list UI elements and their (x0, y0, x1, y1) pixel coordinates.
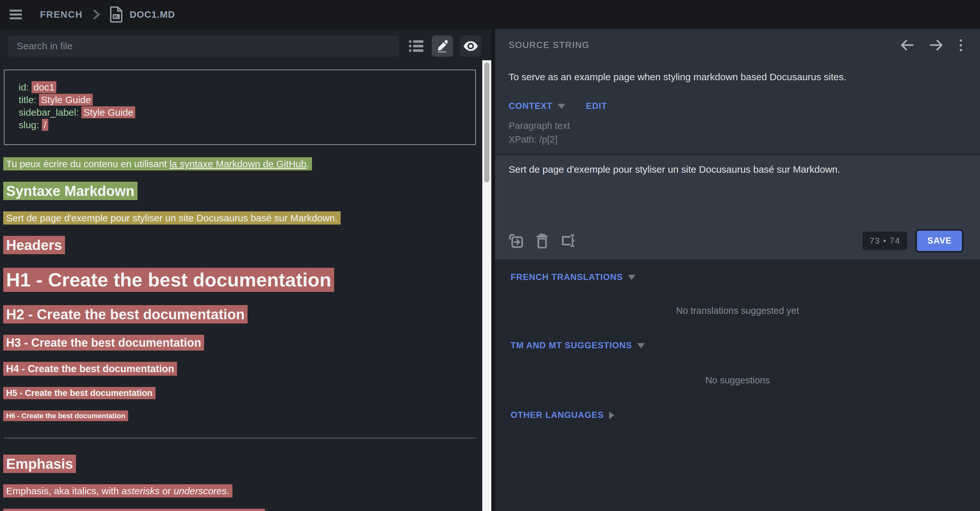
horizontal-rule (4, 438, 476, 439)
context-xpath: XPath: /p[2] (509, 133, 962, 147)
translation-string[interactable]: Sert de page d'exemple pour styliser un … (3, 211, 340, 225)
eye-icon (463, 41, 478, 51)
other-languages-label: OTHER LANGUAGES (511, 410, 604, 420)
other-languages-toggle[interactable]: OTHER LANGUAGES (511, 410, 964, 420)
source-string-section: SOURCE STRING To serve as an example pag… (495, 29, 980, 154)
translation-string[interactable]: H1 - Create the best documentation (3, 268, 334, 292)
top-bar: FRENCH M↓ DOC1.MD (0, 0, 980, 29)
french-translations-toggle[interactable]: FRENCH TRANSLATIONS (511, 272, 964, 282)
translation-string[interactable]: Headers (3, 236, 65, 254)
doc-h1: H1 - Create the best documentation (3, 269, 477, 291)
translation-string[interactable]: H3 - Create the best documentation (3, 335, 204, 351)
doc-h2: Headers (3, 237, 477, 253)
caret-right-icon (609, 412, 614, 419)
strings-list-icon[interactable] (409, 39, 423, 53)
frontmatter-box: id: doc1title: Style Guidesidebar_label:… (4, 70, 476, 145)
translation-string[interactable]: Style Guide (39, 94, 93, 106)
doc-p: Tu peux écrire du contenu en utilisant l… (3, 158, 477, 169)
copy-source-icon[interactable] (509, 233, 523, 248)
translations-empty-text: No translations suggested yet (511, 305, 964, 316)
suggestions-area: FRENCH TRANSLATIONS No translations sugg… (495, 259, 980, 511)
doc-h2: Emphasis (3, 456, 477, 472)
translation-string[interactable]: Tu peux écrire du contenu en utilisant l… (3, 157, 312, 171)
scrollbar-thumb[interactable] (484, 62, 489, 182)
doc-p: Emphasis, aka italics, with asterisks or… (3, 485, 477, 497)
edit-context-button[interactable]: EDIT (586, 101, 607, 111)
save-button[interactable]: SAVE (917, 231, 962, 251)
translation-string[interactable]: doc1 (32, 81, 56, 93)
doc-h6: H6 - Create the best documentation (3, 412, 477, 420)
translation-editor: Sert de page d'exemple pour styliser un … (495, 154, 980, 259)
search-row (0, 29, 482, 62)
caret-down-icon (628, 275, 636, 280)
char-counter-badge: 73 • 74 (862, 232, 907, 250)
translation-string[interactable]: Emphasis, aka italics, with asterisks or… (3, 484, 232, 497)
translation-string[interactable]: Syntaxe Markdown (3, 182, 137, 200)
source-string-text: To serve as an example page when styling… (509, 72, 962, 83)
search-input[interactable] (8, 35, 399, 57)
tm-mt-suggestions-label: TM AND MT SUGGESTIONS (511, 340, 632, 351)
frontmatter-line: title: Style Guide (19, 94, 469, 106)
string-segment: or (160, 485, 173, 496)
translation-string[interactable]: / (42, 119, 48, 131)
breadcrumb-file[interactable]: M↓ DOC1.MD (109, 6, 175, 23)
doc-h5: H5 - Create the best documentation (3, 388, 477, 398)
translation-string[interactable]: Style Guide (81, 106, 135, 118)
context-toggle[interactable]: CONTEXT (509, 101, 552, 111)
frontmatter-key: title: (19, 94, 39, 105)
scrollbar-track[interactable] (482, 60, 491, 511)
breadcrumb-chevron-icon (92, 8, 101, 21)
frontmatter-key: sidebar_label: (19, 107, 81, 118)
french-translations-label: FRENCH TRANSLATIONS (511, 272, 623, 282)
document-content: id: doc1title: Style Guidesidebar_label:… (0, 62, 482, 511)
caret-down-icon (558, 104, 565, 109)
left-panel-scrollbar (482, 29, 491, 511)
source-string-title: SOURCE STRING (509, 40, 589, 50)
string-segment: . (227, 485, 229, 496)
string-segment: Tu peux écrire du contenu en utilisant (6, 158, 170, 169)
frontmatter-key: slug: (19, 120, 42, 130)
context-type: Paragraph text (509, 119, 962, 133)
doc-p: Sert de page d'exemple pour styliser un … (3, 212, 477, 224)
frontmatter-line: id: doc1 (19, 81, 469, 93)
breadcrumb-project[interactable]: FRENCH (40, 10, 83, 20)
file-editor-panel: id: doc1title: Style Guidesidebar_label:… (0, 29, 482, 511)
arrow-right-icon[interactable] (929, 37, 944, 53)
translation-string[interactable]: H2 - Create the best documentation (3, 305, 248, 324)
string-segment: Emphasis, aka italics, with (6, 485, 121, 496)
text-cursor-icon[interactable] (561, 233, 576, 248)
hamburger-icon[interactable] (10, 10, 22, 19)
edit-mode-button[interactable] (432, 35, 453, 57)
translation-panel: SOURCE STRING To serve as an example pag… (495, 29, 980, 511)
doc-h2: Syntaxe Markdown (3, 183, 477, 199)
translation-string[interactable]: H6 - Create the best documentation (3, 410, 128, 421)
translation-string[interactable]: Strong emphasis, aka bold, with asterisk… (3, 509, 265, 511)
doc-h2: H2 - Create the best documentation (3, 307, 477, 323)
doc-h4: H4 - Create the best documentation (3, 363, 477, 375)
trash-icon[interactable] (536, 233, 549, 248)
preview-mode-button[interactable] (460, 35, 481, 57)
doc-h3: H3 - Create the best documentation (3, 336, 477, 350)
breadcrumb-file-label: DOC1.MD (130, 10, 175, 20)
string-segment: la syntaxe Markdown de GitHub (170, 158, 307, 169)
pencil-icon (436, 40, 449, 53)
kebab-menu-icon[interactable] (960, 38, 962, 53)
frontmatter-key: id: (19, 82, 32, 93)
svg-text:M↓: M↓ (114, 14, 119, 19)
string-segment: . (307, 158, 309, 169)
string-segment: underscores (173, 485, 227, 496)
caret-down-icon (637, 343, 645, 348)
translation-string[interactable]: H4 - Create the best documentation (3, 362, 177, 376)
tm-mt-suggestions-toggle[interactable]: TM AND MT SUGGESTIONS (511, 340, 964, 351)
frontmatter-line: sidebar_label: Style Guide (19, 106, 469, 118)
translation-string[interactable]: Emphasis (3, 455, 76, 473)
translation-input[interactable]: Sert de page d'exemple pour styliser un … (509, 164, 962, 231)
arrow-left-icon[interactable] (899, 37, 915, 53)
string-segment: asterisks (121, 485, 159, 496)
translation-string[interactable]: H5 - Create the best documentation (3, 387, 156, 399)
frontmatter-line: slug: / (19, 119, 469, 131)
suggestions-empty-text: No suggestions (511, 375, 964, 386)
panel-divider (491, 29, 495, 511)
markdown-file-icon: M↓ (109, 6, 123, 23)
